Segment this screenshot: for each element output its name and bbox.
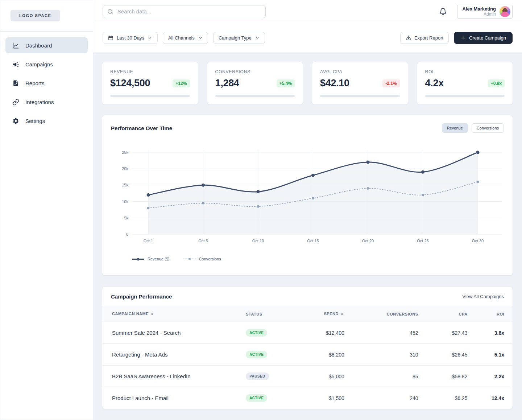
campaign-type-label: Campaign Type	[219, 35, 252, 41]
kpi-card-avg-cpa: AVG. CPA $42.10 -2.1%	[312, 62, 408, 105]
campaign-type-dropdown[interactable]: Campaign Type	[213, 32, 265, 44]
user-menu[interactable]: Alex Marketing Admin	[457, 5, 513, 18]
download-icon	[406, 35, 411, 41]
campaign-table: CAMPAIGN NAME STATUS SPEND CONVERSIONS C…	[102, 306, 513, 409]
sidebar-item-campaigns[interactable]: Campaigns	[5, 56, 88, 72]
notifications-button[interactable]	[439, 8, 447, 16]
campaign-row[interactable]: Summer Sale 2024 - Search ACTIVE $12,400…	[102, 322, 513, 344]
roi-cell: 5.1x	[467, 344, 513, 366]
sidebar-item-settings[interactable]: Settings	[5, 113, 88, 129]
conversions-cell: 240	[344, 387, 418, 409]
roi-cell: 2.2x	[467, 366, 513, 387]
kpi-label: ROI	[425, 69, 505, 74]
table-title: Campaign Performance	[111, 293, 172, 300]
status-cell: PAUSED	[246, 366, 295, 387]
column-header-cpa: CPA	[418, 306, 468, 322]
roi-cell: 12.4x	[467, 387, 513, 409]
search-input[interactable]	[103, 5, 266, 18]
legend-label: Revenue ($)	[148, 257, 170, 261]
sidebar-item-reports[interactable]: Reports	[5, 75, 88, 91]
status-badge: ACTIVE	[246, 329, 267, 337]
table-header-bar: Campaign Performance View All Campaigns	[102, 287, 513, 306]
cpa-cell: $6.25	[418, 387, 468, 409]
roi-cell: 3.8x	[467, 322, 513, 344]
topbar: Alex Marketing Admin	[93, 0, 522, 23]
chevron-down-icon	[255, 36, 260, 40]
campaign-row[interactable]: Product Launch - Email ACTIVE $1,500 240…	[102, 387, 513, 409]
link-icon	[12, 99, 19, 106]
svg-text:25k: 25k	[122, 150, 128, 155]
chart-toggle-group: Revenue Conversions	[442, 123, 504, 133]
status-badge: PAUSED	[246, 372, 269, 380]
campaign-row[interactable]: B2B SaaS Awareness - LinkedIn PAUSED $5,…	[102, 366, 513, 387]
search-wrap	[103, 5, 266, 18]
campaign-row[interactable]: Retargeting - Meta Ads ACTIVE $8,200 310…	[102, 344, 513, 366]
sidebar-item-integrations[interactable]: Integrations	[5, 94, 88, 110]
export-report-label: Export Report	[414, 35, 443, 41]
svg-text:Oct 15: Oct 15	[307, 239, 319, 243]
svg-text:20k: 20k	[122, 166, 128, 171]
sidebar-item-dashboard[interactable]: Dashboard	[5, 37, 88, 53]
plus-icon	[460, 35, 466, 41]
export-report-button[interactable]: Export Report	[400, 32, 449, 44]
channels-label: All Channels	[168, 35, 195, 41]
svg-text:10k: 10k	[122, 199, 128, 204]
kpi-value: $42.10	[320, 78, 349, 89]
status-badge: ACTIVE	[246, 394, 267, 402]
svg-text:Oct 30: Oct 30	[472, 239, 484, 243]
calendar-icon	[108, 35, 113, 41]
chart-legend: Revenue ($) Conversions	[132, 257, 504, 261]
chart-header: Performance Over Time Revenue Conversion…	[111, 123, 504, 133]
revenue-line-swatch	[132, 259, 144, 260]
bell-icon	[439, 8, 447, 16]
create-campaign-label: Create Campaign	[469, 35, 506, 41]
column-header-conversions: CONVERSIONS	[344, 306, 418, 322]
sidebar-header: LOGO SPACE	[0, 0, 93, 32]
create-campaign-button[interactable]: Create Campaign	[454, 32, 513, 44]
spend-cell: $12,400	[295, 322, 344, 344]
date-range-dropdown[interactable]: Last 30 Days	[103, 32, 158, 44]
search-icon	[107, 8, 113, 15]
column-header-campaign-name[interactable]: CAMPAIGN NAME	[102, 306, 246, 322]
campaign-name-cell: Product Launch - Email	[102, 387, 246, 409]
svg-text:Oct 1: Oct 1	[144, 239, 153, 243]
sort-icon	[340, 312, 344, 316]
column-header-spend[interactable]: SPEND	[295, 306, 344, 322]
toggle-conversions-button[interactable]: Conversions	[472, 123, 504, 133]
main-column: Alex Marketing Admin Last 30 Days All Ch…	[93, 0, 522, 420]
view-all-campaigns-link[interactable]: View All Campaigns	[462, 294, 504, 299]
kpi-progress-bar	[215, 95, 295, 97]
user-name: Alex Marketing	[463, 6, 496, 12]
campaign-table-card: Campaign Performance View All Campaigns …	[102, 287, 513, 409]
svg-text:5k: 5k	[124, 216, 128, 220]
report-file-icon	[12, 80, 19, 87]
sidebar-item-label: Integrations	[25, 99, 54, 105]
svg-text:0: 0	[126, 232, 128, 236]
status-badge: ACTIVE	[246, 351, 267, 358]
kpi-value: $124,500	[110, 78, 150, 89]
status-cell: ACTIVE	[246, 387, 295, 409]
svg-text:15k: 15k	[122, 183, 128, 187]
sort-icon	[150, 312, 154, 316]
kpi-label: REVENUE	[110, 69, 190, 74]
chevron-down-icon	[148, 36, 152, 40]
status-cell: ACTIVE	[246, 344, 295, 366]
sidebar-nav: Dashboard Campaigns Reports Integrations…	[0, 32, 93, 135]
sidebar-item-label: Settings	[25, 118, 45, 124]
filter-left: Last 30 Days All Channels Campaign Type	[103, 32, 265, 44]
toggle-revenue-button[interactable]: Revenue	[442, 123, 468, 133]
channels-dropdown[interactable]: All Channels	[163, 32, 208, 44]
sidebar-item-label: Reports	[25, 80, 45, 86]
chart-title: Performance Over Time	[111, 125, 172, 131]
cpa-cell: $26.45	[418, 344, 468, 366]
avatar	[500, 6, 510, 17]
campaign-name-cell: Summer Sale 2024 - Search	[102, 322, 246, 344]
spend-cell: $5,000	[295, 366, 344, 387]
kpi-label: AVG. CPA	[320, 69, 400, 74]
conversions-cell: 452	[344, 322, 418, 344]
kpi-value: 4.2x	[425, 78, 444, 89]
kpi-card-roi: ROI 4.2x +0.8x	[417, 62, 513, 105]
kpi-value: 1,284	[215, 78, 239, 89]
chart-line-icon	[12, 42, 19, 49]
spend-cell: $1,500	[295, 387, 344, 409]
